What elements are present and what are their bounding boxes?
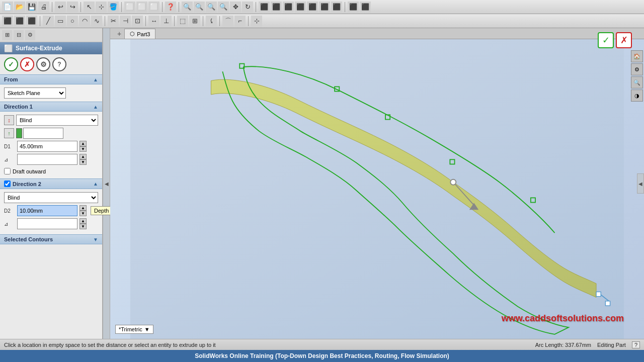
direction1-section-header[interactable]: Direction 1 ▲ <box>0 102 102 112</box>
save-icon[interactable]: 💾 <box>26 2 37 13</box>
direction2-depth-input[interactable] <box>17 205 77 216</box>
direction1-draft-down-btn[interactable]: ▼ <box>79 159 87 165</box>
zoom-fit-icon[interactable]: 🔍 <box>182 2 193 13</box>
view1-icon[interactable]: ⬛ <box>271 2 282 13</box>
add-tab-button[interactable]: + <box>114 29 124 39</box>
cancel-button[interactable]: ✗ <box>20 57 34 71</box>
draft-outward-checkbox[interactable] <box>4 168 11 174</box>
svg-rect-0 <box>130 39 624 339</box>
options-button[interactable]: ⚙ <box>36 57 50 71</box>
property-manager-icon[interactable]: ⊟ <box>14 30 24 40</box>
from-dropdown[interactable]: Sketch Plane Face/Plane Vertex Surface/F… <box>4 87 66 99</box>
direction1-face-input[interactable] <box>23 128 63 139</box>
direction2-draft-input[interactable] <box>17 218 77 229</box>
sketch1-icon[interactable]: ⬛ <box>2 16 13 27</box>
tab-part3-label: Part3 <box>137 31 150 37</box>
pan-icon[interactable]: ✥ <box>230 2 241 13</box>
sketch2-icon[interactable]: ⬛ <box>14 16 25 27</box>
help-icon-label[interactable]: ? <box>632 341 640 348</box>
new-file-icon[interactable]: 📄 <box>2 2 13 13</box>
part3-tab[interactable]: ⬡ Part3 <box>124 29 155 39</box>
direction2-draft-down-btn[interactable]: ▼ <box>79 224 87 229</box>
direction2-section-header[interactable]: Direction 2 ▲ <box>0 178 102 189</box>
rs-icon1[interactable]: 🏠 <box>631 50 643 62</box>
arc-icon[interactable]: ◠ <box>79 16 90 27</box>
direction2-spinner[interactable]: ▲ ▼ <box>79 205 87 216</box>
ok-button[interactable]: ✓ <box>4 57 18 71</box>
zoom-box-icon[interactable]: 🔍 <box>206 2 217 13</box>
direction2-checkbox[interactable] <box>4 180 11 187</box>
view5-icon[interactable]: ⬛ <box>319 2 330 13</box>
reject-button[interactable]: ✗ <box>616 32 632 48</box>
view4-icon[interactable]: ⬛ <box>307 2 318 13</box>
relation-icon[interactable]: ⊥ <box>160 16 172 27</box>
view-orient-icon[interactable]: ⬛ <box>259 2 270 13</box>
direction2-draft-spinner[interactable]: ▲ ▼ <box>79 218 87 229</box>
display2-icon[interactable]: ⬛ <box>360 2 371 13</box>
right-panel-toggle[interactable]: ◀ <box>637 173 644 194</box>
chamfer-sk-icon[interactable]: ⌐ <box>234 16 246 27</box>
direction1-type-dropdown[interactable]: Blind Through All Mid Plane Up To Surfac… <box>16 115 98 126</box>
surface3-icon[interactable]: ⬜ <box>148 2 159 13</box>
trim-icon[interactable]: ✂ <box>108 16 119 27</box>
select-icon[interactable]: ↖ <box>84 2 95 13</box>
feature-manager-icon[interactable]: ⊞ <box>2 30 12 40</box>
direction1-depth-input[interactable] <box>17 141 77 152</box>
pattern-icon[interactable]: ⊞ <box>189 16 200 27</box>
from-section-header[interactable]: From ▲ <box>0 74 102 84</box>
selected-contours-section-header[interactable]: Selected Contours ▼ <box>0 234 102 244</box>
fillet-sk-icon[interactable]: ⌒ <box>222 16 233 27</box>
direction1-draft-input[interactable] <box>17 154 77 165</box>
direction1-spinner[interactable]: ▲ ▼ <box>79 141 87 152</box>
accept-button[interactable]: ✓ <box>598 32 614 48</box>
help-button[interactable]: ? <box>52 57 66 71</box>
help-icon[interactable]: ❓ <box>165 2 176 13</box>
d1-label: D1 <box>4 144 15 149</box>
undo-icon[interactable]: ↩ <box>55 2 66 13</box>
direction2-down-btn[interactable]: ▼ <box>79 211 87 216</box>
zoom-in-icon[interactable]: 🔍 <box>194 2 205 13</box>
spline-icon[interactable]: ∿ <box>91 16 102 27</box>
panel-expand-handle[interactable]: ◀ <box>103 28 110 339</box>
print-icon[interactable]: 🖨 <box>38 2 49 13</box>
line-icon[interactable]: ╱ <box>43 16 54 27</box>
view6-icon[interactable]: ⬛ <box>331 2 342 13</box>
viewport-svg <box>110 39 644 339</box>
construction-icon[interactable]: ⊹ <box>251 16 262 27</box>
surface1-icon[interactable]: ⬜ <box>124 2 135 13</box>
view3-icon[interactable]: ⬛ <box>295 2 306 13</box>
rs-icon3[interactable]: 🔍 <box>631 76 643 88</box>
statusbar: Click a location in empty space to set t… <box>0 339 644 350</box>
circle-icon[interactable]: ○ <box>67 16 78 27</box>
offset-icon[interactable]: ⊡ <box>132 16 143 27</box>
display1-icon[interactable]: ⬛ <box>348 2 359 13</box>
rect-icon[interactable]: ▭ <box>55 16 66 27</box>
direction1-flip-icon[interactable]: ↕ <box>4 115 14 125</box>
zoom-out-icon[interactable]: 🔍 <box>218 2 229 13</box>
rotate-icon[interactable]: ↻ <box>242 2 253 13</box>
direction1-draft-up-btn[interactable]: ▲ <box>79 154 87 159</box>
sketch3-icon[interactable]: ⬛ <box>26 16 37 27</box>
direction1-up-btn[interactable]: ▲ <box>79 141 87 146</box>
select2-icon[interactable]: ⊹ <box>96 2 107 13</box>
open-icon[interactable]: 📂 <box>14 2 25 13</box>
viewport[interactable]: + ⬡ Part3 <box>110 28 644 339</box>
bottombar: SolidWorks Online Training (Top-Down Des… <box>0 350 644 362</box>
direction2-type-dropdown[interactable]: Blind Through All Mid Plane <box>4 192 98 203</box>
view2-icon[interactable]: ⬛ <box>283 2 294 13</box>
extend-icon[interactable]: ⊣ <box>120 16 131 27</box>
convert-icon[interactable]: ⤹ <box>206 16 217 27</box>
direction2-up-btn[interactable]: ▲ <box>79 205 87 211</box>
redo-icon[interactable]: ↪ <box>67 2 78 13</box>
dim-icon[interactable]: ↔ <box>148 16 159 27</box>
direction1-down-btn[interactable]: ▼ <box>79 146 87 152</box>
paint-icon[interactable]: 🪣 <box>108 2 119 13</box>
view-dropdown[interactable]: *Trimetric ▼ <box>115 325 153 334</box>
surface2-icon[interactable]: ⬜ <box>136 2 147 13</box>
direction2-draft-up-btn[interactable]: ▲ <box>79 218 87 224</box>
direction1-draft-spinner[interactable]: ▲ ▼ <box>79 154 87 165</box>
mirror-icon[interactable]: ⬚ <box>177 16 188 27</box>
rs-icon2[interactable]: ⚙ <box>631 63 643 75</box>
config-manager-icon[interactable]: ⚙ <box>25 30 35 40</box>
rs-icon4[interactable]: ◑ <box>631 89 643 102</box>
